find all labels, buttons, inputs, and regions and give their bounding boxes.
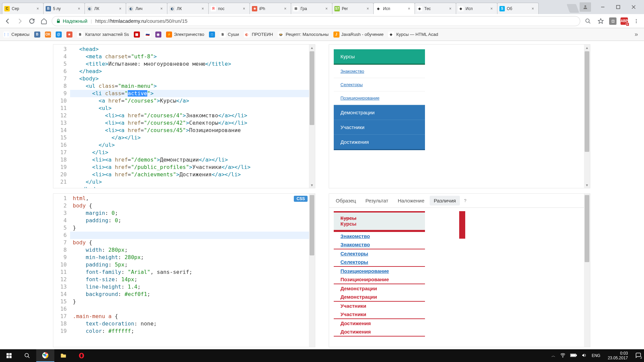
diff-tab[interactable]: Образец — [332, 196, 360, 205]
browser-tab[interactable]: B5 лу× — [43, 3, 85, 14]
diff-row: Демонстрации — [334, 293, 425, 302]
browser-tab[interactable]: Япос× — [208, 3, 250, 14]
chrome-menu-button[interactable] — [632, 17, 641, 25]
browser-tab[interactable]: ◐ЛК× — [85, 3, 126, 14]
bookmark-star-icon[interactable] — [596, 17, 605, 25]
bookmark-item[interactable]: ◉ — [155, 32, 161, 38]
bookmark-item[interactable]: ⋮⋮Сервисы — [3, 32, 30, 38]
home-button[interactable] — [40, 17, 48, 25]
forward-button[interactable] — [15, 17, 24, 25]
diff-help-icon[interactable]: ? — [464, 198, 466, 203]
preview-menu-item[interactable]: Участники — [334, 120, 425, 134]
tab-close-icon[interactable]: × — [243, 6, 248, 11]
tray-clock[interactable]: 0:03 23.05.2017 — [605, 351, 631, 360]
reload-button[interactable] — [28, 17, 36, 25]
svg-rect-2 — [616, 5, 620, 9]
html-scrollbar[interactable]: ▲ ▼ — [309, 45, 315, 188]
browser-tab[interactable]: ССер× — [2, 3, 44, 14]
bookmarks-overflow[interactable]: » — [632, 31, 641, 38]
bookmark-item[interactable]: 🇷🇺 — [145, 32, 151, 38]
tray-chevron-icon[interactable]: ︿ — [551, 353, 555, 359]
preview-menu-item[interactable]: Демонстрации — [334, 105, 425, 120]
tab-close-icon[interactable]: × — [202, 6, 206, 11]
bookmark-icon: 🗎 — [77, 32, 83, 38]
preview-menu: КурсыЗнакомствоСелекторыПозиционирование… — [334, 49, 425, 150]
bookmark-item[interactable]: 🗎Суши — [220, 32, 239, 38]
preview-scrollbar[interactable]: ▲ ▼ — [584, 45, 590, 188]
browser-tab[interactable]: ◐ЛК× — [167, 3, 209, 14]
html-code[interactable]: <head> <meta charset="utf-8"> <title>Исп… — [70, 45, 309, 188]
bookmark-item[interactable]: □ — [209, 32, 215, 38]
diff-row: Достижения — [334, 327, 425, 337]
tab-favicon: S — [499, 6, 505, 11]
tab-close-icon[interactable]: × — [532, 6, 536, 11]
taskbar-chrome[interactable] — [36, 349, 54, 362]
css-editor-panel: CSS 12345678910111213141516171819 html, … — [53, 193, 315, 347]
bookmark-item[interactable]: ▦ — [134, 32, 140, 38]
bookmark-icon: 🇷🇺 — [145, 32, 151, 38]
svg-point-5 — [586, 19, 589, 22]
tab-close-icon[interactable]: × — [367, 6, 371, 11]
browser-tab[interactable]: ◆Тес× — [415, 3, 456, 14]
browser-tab[interactable]: ◆Исп× — [373, 3, 415, 14]
close-window-button[interactable] — [626, 2, 641, 12]
tab-close-icon[interactable]: × — [449, 6, 454, 11]
tray-notifications-icon[interactable]: 2 — [635, 352, 641, 359]
tab-close-icon[interactable]: × — [160, 6, 165, 11]
bookmark-item[interactable]: 🗎Каталог запчастей Ss — [77, 32, 129, 38]
bookmark-item[interactable]: JJavaRush - обучение — [333, 32, 384, 38]
tab-favicon: S7 — [334, 6, 340, 11]
tab-close-icon[interactable]: × — [37, 6, 41, 11]
tab-close-icon[interactable]: × — [490, 6, 495, 11]
search-button[interactable] — [18, 349, 36, 362]
browser-tab[interactable]: S7Рег× — [332, 3, 374, 14]
taskbar-opera[interactable] — [72, 349, 91, 362]
browser-tab[interactable]: ⊞Гра× — [291, 3, 332, 14]
tray-volume-icon[interactable] — [582, 353, 587, 359]
bookmark-item[interactable]: ◆Курсы — HTML Acad — [388, 32, 438, 38]
bookmark-item[interactable]: ⚡Электричество — [166, 32, 204, 38]
svg-rect-12 — [9, 353, 12, 356]
tab-close-icon[interactable]: × — [284, 6, 289, 11]
preview-menu-item[interactable]: Достижения — [334, 134, 425, 150]
start-button[interactable] — [0, 349, 18, 362]
new-tab-button[interactable] — [567, 4, 579, 13]
taskbar-explorer[interactable] — [54, 349, 72, 362]
tab-close-icon[interactable]: × — [119, 6, 124, 11]
diff-tab[interactable]: Наложение — [394, 196, 429, 205]
browser-tab[interactable]: ◐Лич× — [126, 3, 167, 14]
preview-link[interactable]: Знакомство — [340, 69, 364, 74]
tab-close-icon[interactable]: × — [325, 6, 330, 11]
bookmark-item[interactable]: ◐ПРОТЕИН — [244, 32, 273, 38]
browser-tab[interactable]: SОб× — [497, 3, 539, 14]
tab-close-icon[interactable]: × — [78, 6, 83, 11]
bookmark-item[interactable]: B — [34, 32, 40, 38]
tray-language[interactable]: ENG — [592, 353, 600, 358]
preview-link[interactable]: Селекторы — [340, 82, 363, 87]
css-scrollbar[interactable] — [309, 194, 315, 347]
browser-tab[interactable]: ★iPh× — [250, 3, 291, 14]
omnibox[interactable]: Надежный | https://htmlacademy.ru/course… — [52, 16, 580, 26]
preview-menu-item[interactable]: Курсы — [334, 49, 425, 65]
bookmark-item[interactable]: ★ — [66, 32, 72, 38]
css-code[interactable]: html, body { margin: 0; padding: 0; } bo… — [70, 194, 309, 347]
profile-button[interactable] — [580, 2, 591, 12]
bookmark-item[interactable]: @ — [56, 32, 62, 38]
minimize-button[interactable] — [595, 2, 610, 12]
preview-link[interactable]: Позиционирование — [340, 96, 379, 101]
adblock-icon[interactable]: ABP2 — [621, 17, 628, 25]
diff-tab[interactable]: Различия — [430, 196, 460, 205]
maximize-button[interactable] — [610, 2, 626, 12]
bookmark-item[interactable]: 🍲Рецепт: Малосольны — [278, 32, 329, 38]
diff-tab[interactable]: Результат — [361, 196, 392, 205]
browser-tab[interactable]: ◆Исп× — [456, 3, 497, 14]
bookmark-item[interactable]: OK — [45, 32, 51, 38]
tray-battery-icon[interactable] — [570, 353, 577, 358]
tab-close-icon[interactable]: × — [408, 6, 413, 11]
back-button[interactable] — [3, 17, 12, 25]
search-icon[interactable] — [584, 17, 592, 25]
bookmark-icon: ⚡ — [166, 32, 172, 38]
tray-wifi-icon[interactable] — [560, 353, 566, 359]
extension-icon[interactable]: ◫ — [609, 17, 616, 25]
diff-scrollbar[interactable] — [584, 194, 590, 347]
